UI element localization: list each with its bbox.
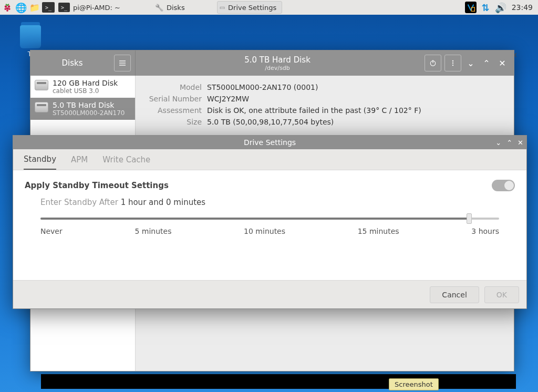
clock[interactable]: 23:49 [512,3,533,12]
svg-point-3 [4,8,6,10]
svg-point-5 [6,9,8,12]
sidebar-drive-5tb[interactable]: 5.0 TB Hard Disk ST5000LM000-2AN170 [30,98,135,120]
background-window-edge [41,374,516,389]
tab-write-cache[interactable]: Write Cache [102,150,150,169]
task-settings-label: Drive Settings [228,4,276,12]
screenshot-tooltip: Screenshot [389,378,439,390]
svg-rect-11 [432,60,433,63]
minimize-icon[interactable]: ⌄ [495,139,501,147]
assessment-value: Disk is OK, one attribute failed in the … [207,106,421,115]
svg-rect-8 [119,63,126,63]
hamburger-menu-button[interactable] [114,55,131,71]
ok-button[interactable]: OK [484,286,519,303]
task-terminal-label: pi@Pi-AMD: ~ [73,4,120,12]
model-value: ST5000LM000-2AN170 (0001) [207,83,318,91]
terminal-launcher-icon[interactable]: >_ [42,1,55,14]
slider-tick: 3 hours [471,227,499,235]
svg-point-0 [5,5,7,8]
settings-title: Drive Settings [244,138,296,147]
close-icon[interactable]: ✕ [518,139,523,147]
slider-tick: 15 minutes [358,227,399,235]
svg-point-12 [452,60,453,61]
menu-raspberry-icon[interactable] [1,1,14,14]
svg-point-4 [8,8,11,10]
chevron-up-icon[interactable]: ⌃ [480,57,493,69]
power-button[interactable] [425,55,441,71]
browser-icon[interactable]: 🌐 [15,1,27,14]
svg-point-13 [452,63,453,64]
network-icon[interactable]: ⇅ [482,2,490,13]
standby-after-value: 1 hour and 0 minutes [121,198,205,207]
file-manager-icon[interactable]: 📁 [28,1,41,14]
slider-tick: 5 minutes [134,227,171,235]
tab-standby[interactable]: Standby [24,150,56,170]
standby-slider[interactable]: Never 5 minutes 10 minutes 15 minutes 3 … [40,218,499,235]
task-disks[interactable]: 🔧 Disks [152,1,191,14]
svg-point-2 [6,7,9,10]
drive-menu-button[interactable] [444,55,461,71]
size-label: Size [144,118,202,126]
drive-settings-window: Drive Settings ⌄ ⌃ ✕ Standby APM Write C… [13,135,527,309]
standby-after-label: Enter Standby After [40,198,118,207]
slider-tick: 10 minutes [244,227,285,235]
close-icon[interactable]: ✕ [496,57,509,69]
svg-rect-7 [119,60,126,61]
slider-thumb[interactable] [467,213,472,224]
settings-titlebar: Drive Settings ⌄ ⌃ ✕ [13,136,526,149]
header-drive-title: 5.0 TB Hard Disk [244,55,311,65]
svg-point-1 [8,5,11,8]
size-value: 5.0 TB (50,00,98,10,77,504 bytes) [207,118,334,126]
model-label: Model [144,83,202,91]
serial-value: WCJ2Y2MW [207,95,249,103]
task-disks-label: Disks [167,4,185,12]
tab-apm[interactable]: APM [71,150,88,169]
standby-toggle[interactable] [492,180,515,191]
sidebar-drive-120gb[interactable]: 120 GB Hard Disk cablet USB 3.0 [30,76,135,98]
volume-icon[interactable]: 🔊 [495,2,506,13]
svg-point-14 [452,65,453,66]
standby-section-title: Apply Standby Timeout Settings [25,181,169,190]
serial-label: Serial Number [144,95,202,103]
settings-tabs: Standby APM Write Cache [13,149,526,170]
vnc-icon[interactable] [465,2,477,13]
chevron-down-icon[interactable]: ⌄ [464,57,477,69]
task-terminal[interactable]: >_ pi@Pi-AMD: ~ [56,1,126,14]
disks-headerbar: Disks 5.0 TB Hard Disk /dev/sdb ⌄ ⌃ ✕ [30,50,514,76]
hdd-icon [35,80,48,90]
slider-tick: Never [40,227,63,235]
maximize-icon[interactable]: ⌃ [506,139,512,147]
trash-bin-icon [20,25,41,48]
cancel-button[interactable]: Cancel [430,286,479,303]
app-title: Disks [35,58,110,68]
terminal-icon: >_ [58,3,70,12]
assessment-label: Assessment [144,106,202,115]
task-drive-settings[interactable]: ▭ Drive Settings [217,1,283,14]
drive-subtitle: cablet USB 3.0 [53,87,118,95]
taskbar: 🌐 📁 >_ >_ pi@Pi-AMD: ~ 🔧 Disks ▭ Drive S… [0,0,538,15]
drive-title: 5.0 TB Hard Disk [53,101,125,109]
wrench-icon: 🔧 [155,4,163,12]
hdd-icon [35,102,48,112]
window-icon: ▭ [220,4,225,11]
drive-title: 120 GB Hard Disk [53,79,118,87]
drive-subtitle: ST5000LM000-2AN170 [53,109,125,117]
svg-rect-9 [119,65,126,65]
header-drive-path: /dev/sdb [265,65,289,71]
